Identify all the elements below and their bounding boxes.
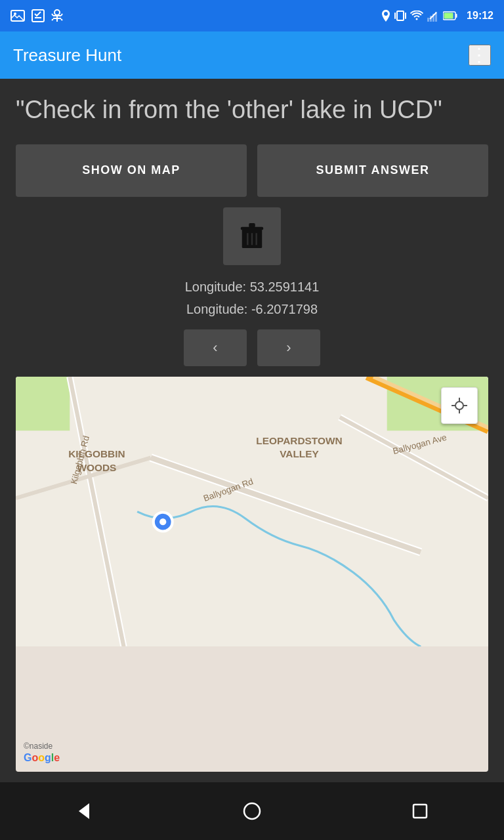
map-container[interactable]: KILGOBBIN WOODS LEOPARDSTOWN VALLEY Kilg… <box>16 377 488 772</box>
coord-lng-label: Longitude: <box>186 302 247 316</box>
coordinates-display: Longitude: 53.2591141 Longitude: -6.2071… <box>16 276 488 320</box>
home-button[interactable] <box>226 785 278 837</box>
coord-lat-label: Longitude: <box>185 280 246 294</box>
svg-point-50 <box>244 803 260 819</box>
trash-icon <box>240 223 264 249</box>
svg-rect-5 <box>397 11 404 20</box>
clue-text: "Check in from the 'other' lake in UCD" <box>16 94 488 126</box>
status-icons: 19:12 <box>381 9 494 22</box>
delete-row <box>16 207 488 265</box>
svg-rect-2 <box>32 10 44 22</box>
svg-rect-15 <box>444 13 453 19</box>
svg-rect-11 <box>432 14 434 22</box>
svg-point-4 <box>54 10 60 15</box>
svg-rect-12 <box>435 12 437 22</box>
svg-marker-49 <box>79 803 89 819</box>
coord-lat: Longitude: 53.2591141 <box>16 276 488 298</box>
app-bar: Treasure Hunt ⋮ <box>0 32 504 79</box>
svg-point-44 <box>455 402 463 410</box>
next-button[interactable]: › <box>257 329 320 366</box>
battery-icon <box>443 11 457 20</box>
svg-marker-24 <box>16 377 70 430</box>
bottom-nav <box>0 782 504 840</box>
status-time: 19:12 <box>467 10 494 22</box>
main-content: "Check in from the 'other' lake in UCD" … <box>0 79 504 782</box>
svg-rect-51 <box>413 805 427 818</box>
coord-lng-value: -6.2071798 <box>251 302 318 316</box>
recents-button[interactable] <box>394 785 446 837</box>
svg-rect-18 <box>249 223 255 228</box>
locate-icon <box>450 396 469 415</box>
svg-text:LEOPARDSTOWN: LEOPARDSTOWN <box>256 434 342 446</box>
vibrate-icon <box>394 9 406 22</box>
home-icon <box>243 802 261 820</box>
svg-rect-14 <box>456 14 457 18</box>
action-buttons-row: SHOW ON MAP SUBMIT ANSWER <box>16 144 488 197</box>
prev-button[interactable]: ‹ <box>184 329 247 366</box>
svg-point-8 <box>416 18 418 20</box>
map-locate-button[interactable] <box>441 387 478 424</box>
status-bar: 19:12 <box>0 0 504 32</box>
overflow-menu-button[interactable]: ⋮ <box>469 45 491 66</box>
back-button[interactable] <box>58 785 110 837</box>
back-icon <box>74 801 94 822</box>
status-left-icons <box>10 0 63 32</box>
map-svg: KILGOBBIN WOODS LEOPARDSTOWN VALLEY Kilg… <box>16 377 488 646</box>
svg-text:VALLEY: VALLEY <box>280 448 319 459</box>
delete-button[interactable] <box>223 207 281 265</box>
nav-row: ‹ › <box>16 329 488 366</box>
checklist-icon <box>32 9 45 22</box>
google-logo: Google <box>24 752 60 764</box>
show-on-map-button[interactable]: SHOW ON MAP <box>16 144 247 197</box>
recents-icon <box>411 803 429 820</box>
submit-answer-button[interactable]: SUBMIT ANSWER <box>257 144 488 197</box>
wifi-icon <box>410 10 423 21</box>
image-icon <box>10 10 25 22</box>
svg-rect-9 <box>427 18 429 22</box>
coord-lat-value: 53.2591141 <box>250 280 320 294</box>
bug-icon <box>51 9 63 22</box>
location-icon <box>381 10 390 22</box>
app-title: Treasure Hunt <box>13 45 121 66</box>
coord-lng: Longitude: -6.2071798 <box>16 298 488 320</box>
signal-icon <box>427 10 439 22</box>
svg-point-36 <box>159 518 166 524</box>
map-footer-text: ©naside <box>24 742 52 751</box>
svg-rect-10 <box>430 16 432 22</box>
